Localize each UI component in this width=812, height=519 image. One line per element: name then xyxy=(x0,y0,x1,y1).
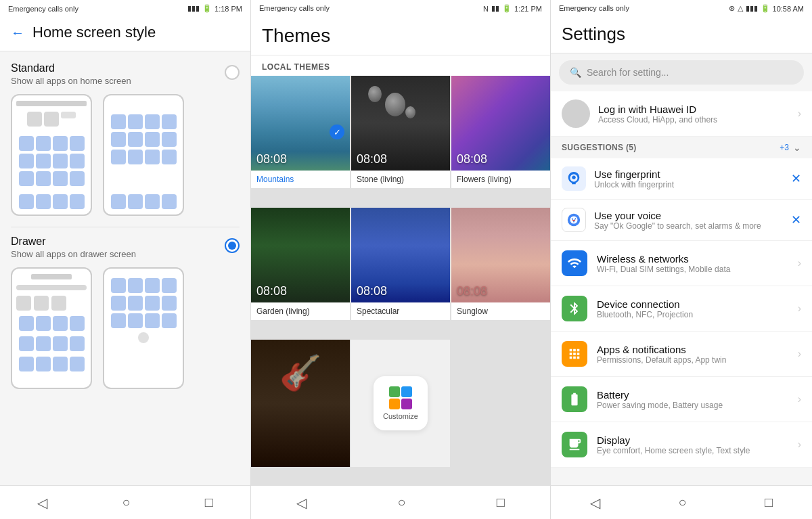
mockup-app xyxy=(70,136,85,151)
mockup-app xyxy=(36,357,51,371)
suggestions-more[interactable]: +3 xyxy=(780,143,789,152)
theme-time-garden: 08:08 xyxy=(256,284,287,298)
apps-icon-box xyxy=(562,341,587,367)
standard-mockup-1 xyxy=(11,94,92,216)
theme-mountains[interactable]: 08:08 ✓ Mountains xyxy=(251,76,350,206)
nav-recent-1[interactable]: □ xyxy=(205,495,213,510)
signal-icon-3: ▮▮▮ xyxy=(746,4,758,13)
mockup-icon xyxy=(27,112,42,127)
drawer-search xyxy=(16,285,87,290)
nav-back-3[interactable]: ◁ xyxy=(590,495,600,511)
settings-header: Settings xyxy=(551,17,812,53)
customize-button[interactable]: Customize xyxy=(374,376,428,430)
theme-bg-garden: 08:08 xyxy=(251,208,350,302)
display-chevron: › xyxy=(798,438,801,451)
mockup-dock-app xyxy=(19,194,34,209)
drawer-option[interactable]: Drawer Show all apps on drawer screen xyxy=(11,235,240,267)
page-title-1: Home screen style xyxy=(32,24,156,41)
device-icon xyxy=(567,301,582,316)
nav-recent-2[interactable]: □ xyxy=(497,495,505,510)
mockup-app xyxy=(19,336,34,351)
theme-time-spectacular: 08:08 xyxy=(357,284,387,298)
droplet-1 xyxy=(385,93,405,116)
wireless-icon xyxy=(567,256,582,271)
battery-icon-box xyxy=(562,386,587,412)
nav-home-1[interactable]: ○ xyxy=(122,495,130,510)
mockup-app xyxy=(145,278,160,293)
local-themes-label: LOCAL THEMES xyxy=(251,55,550,76)
theme-bg-guitar: 🎸 xyxy=(251,340,350,467)
theme-time-stone: 08:08 xyxy=(357,152,387,166)
fingerprint-close[interactable]: ✕ xyxy=(791,171,801,186)
mockup-dock-app xyxy=(70,194,85,209)
mockup-app xyxy=(53,316,68,331)
mockup-app xyxy=(19,357,34,371)
theme-label-stone: Stone (living) xyxy=(351,171,450,188)
mockup-app xyxy=(19,154,34,168)
theme-guitar[interactable]: 🎸 xyxy=(251,340,350,485)
settings-item-apps[interactable]: Apps & notifications Permissions, Defaul… xyxy=(551,332,812,377)
theme-flowers[interactable]: 08:08 Flowers (living) xyxy=(451,76,550,206)
settings-item-device[interactable]: Device connection Bluetooth, NFC, Projec… xyxy=(551,286,812,332)
mockup-dock-app xyxy=(128,194,143,209)
theme-sunglow[interactable]: 08:08 Sunglow xyxy=(451,208,550,338)
selected-check: ✓ xyxy=(330,125,344,139)
theme-garden[interactable]: 08:08 Garden (living) xyxy=(251,208,350,338)
panel-home-screen-style: Emergency calls only ▮▮▮ 🔋 1:18 PM ← Hom… xyxy=(0,0,250,519)
fingerprint-icon xyxy=(566,171,581,186)
settings-title: Settings xyxy=(562,24,801,45)
status-emergency-2: Emergency calls only xyxy=(259,4,330,13)
standard-radio[interactable] xyxy=(225,65,240,80)
mockup-app xyxy=(53,136,68,151)
mockup-app xyxy=(128,114,143,129)
fingerprint-text: Use fingerprint Unlock with fingerprint xyxy=(594,168,783,189)
theme-customize[interactable]: Customize xyxy=(351,340,450,467)
avatar xyxy=(562,99,590,128)
nav-home-3[interactable]: ○ xyxy=(678,495,686,510)
settings-item-display[interactable]: Display Eye comfort, Home screen style, … xyxy=(551,422,812,468)
theme-label-sunglow: Sunglow xyxy=(451,302,550,320)
mockup-app xyxy=(53,357,68,371)
status-bar-1: Emergency calls only ▮▮▮ 🔋 1:18 PM xyxy=(0,0,250,17)
theme-spectacular[interactable]: 08:08 Spectacular xyxy=(351,208,450,338)
nav-back-1[interactable]: ◁ xyxy=(37,495,47,511)
status-emergency-1: Emergency calls only xyxy=(8,5,78,13)
settings-search[interactable]: 🔍 Search for setting... xyxy=(559,60,804,85)
radio-fill xyxy=(228,242,236,250)
back-button-1[interactable]: ← xyxy=(11,25,24,41)
login-row[interactable]: Log in with Huawei ID Access Cloud, HiAp… xyxy=(551,91,812,137)
mockup-dock-app xyxy=(111,194,126,209)
suggestions-label: SUGGESTIONS (5) xyxy=(562,143,637,152)
voice-close[interactable]: ✕ xyxy=(791,212,801,227)
nav-home-2[interactable]: ○ xyxy=(397,495,405,510)
drawer-text-block: Drawer Show all apps on drawer screen xyxy=(11,235,136,267)
drawer-phone-mockups xyxy=(11,267,240,389)
nav-recent-3[interactable]: □ xyxy=(765,495,773,510)
mockup-app xyxy=(34,296,49,311)
login-chevron: › xyxy=(798,108,801,120)
mockup-app xyxy=(162,132,177,147)
fingerprint-main: Use fingerprint xyxy=(594,168,783,180)
suggestion-voice[interactable]: Use your voice Say "Ok Google" to search… xyxy=(551,200,812,241)
signal-icon-1: ▮▮▮ xyxy=(187,4,200,13)
mockup-app xyxy=(36,316,51,331)
droplet-3 xyxy=(405,106,415,118)
mockup-app xyxy=(128,132,143,147)
theme-stone[interactable]: 08:08 Stone (living) xyxy=(351,76,450,206)
voice-icon xyxy=(566,212,581,227)
device-icon-box xyxy=(562,296,587,321)
chevron-down-icon[interactable]: ⌄ xyxy=(793,142,801,153)
fingerprint-sub: Unlock with fingerprint xyxy=(594,180,783,189)
signal-icon-2: ▮▮ xyxy=(491,4,499,13)
drawer-radio[interactable] xyxy=(225,238,240,253)
mockup-app xyxy=(128,313,143,328)
themes-title: Themes xyxy=(262,25,539,47)
time-3: 10:58 AM xyxy=(773,5,804,13)
status-right-2: N ▮▮ 🔋 1:21 PM xyxy=(483,4,542,13)
settings-item-wireless[interactable]: Wireless & networks Wi-Fi, Dual SIM sett… xyxy=(551,241,812,286)
suggestion-fingerprint[interactable]: Use fingerprint Unlock with fingerprint … xyxy=(551,158,812,200)
wireless-main: Wireless & networks xyxy=(597,253,788,265)
standard-option[interactable]: Standard Show all apps on home screen xyxy=(11,62,240,94)
nav-back-2[interactable]: ◁ xyxy=(296,495,307,511)
settings-item-battery[interactable]: Battery Power saving mode, Battery usage… xyxy=(551,377,812,422)
